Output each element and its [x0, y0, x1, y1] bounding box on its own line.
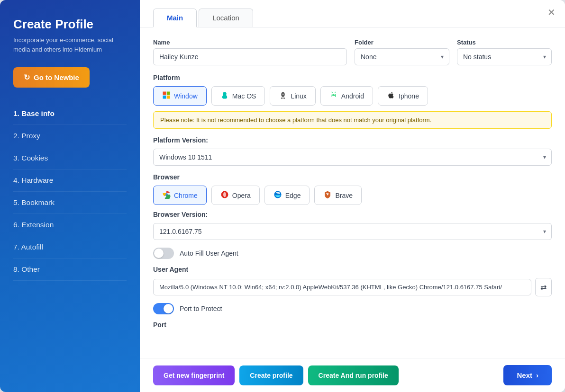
platform-label-iphone: Iphone — [399, 92, 419, 100]
browser-version-row: Browser Version: 121.0.6167.75 ▾ — [153, 211, 552, 240]
folder-group: Folder None ▾ — [355, 39, 449, 65]
browser-btn-opera[interactable]: Opera — [211, 186, 260, 205]
port-section-title: Port — [153, 321, 552, 329]
autofill-toggle[interactable] — [153, 248, 174, 259]
svg-point-11 — [334, 94, 335, 95]
chrome-icon — [162, 190, 171, 200]
status-group: Status No status ▾ — [457, 39, 552, 65]
platform-btn-iphone[interactable]: Iphone — [378, 86, 428, 106]
get-fingerprint-button[interactable]: Get new fingerprint — [153, 365, 235, 385]
svg-point-10 — [332, 94, 333, 95]
browser-btn-brave[interactable]: Brave — [314, 186, 362, 205]
svg-line-8 — [284, 98, 285, 98]
platform-btn-window[interactable]: Window — [153, 86, 207, 106]
platform-btn-linux[interactable]: Linux — [270, 86, 315, 106]
svg-point-16 — [223, 192, 226, 197]
platform-buttons: WindowMac OSLinuxAndroidIphone — [153, 86, 552, 106]
status-dropdown-wrapper: No status ▾ — [457, 48, 552, 65]
status-label: Status — [457, 39, 552, 46]
go-newbie-label: Go to Newbie — [34, 73, 79, 81]
status-select[interactable]: No status — [457, 48, 552, 65]
macos-icon — [220, 91, 229, 101]
brave-icon — [323, 190, 332, 200]
svg-line-7 — [282, 98, 282, 98]
port-protect-toggle-knob — [164, 304, 173, 313]
sidebar-item-hardware[interactable]: 4. Hardware — [13, 169, 127, 192]
browser-version-wrapper: 121.0.6167.75 ▾ — [153, 223, 552, 240]
user-agent-input[interactable] — [153, 279, 531, 295]
apple-icon — [387, 91, 395, 101]
sidebar-nav: 1. Base info2. Proxy3. Cookies4. Hardwar… — [13, 103, 127, 281]
autofill-toggle-knob — [154, 249, 164, 258]
browser-version-select[interactable]: 121.0.6167.75 — [153, 223, 552, 240]
tab-location[interactable]: Location — [199, 9, 253, 27]
port-protect-toggle[interactable] — [153, 303, 174, 314]
platform-btn-macos[interactable]: Mac OS — [211, 86, 265, 106]
footer-bar: Get new fingerprint Create profile Creat… — [140, 358, 565, 392]
browser-label-opera: Opera — [232, 192, 251, 199]
tab-main[interactable]: Main — [153, 9, 197, 27]
android-icon — [329, 91, 338, 101]
sidebar-subtitle: Incorporate your e-commerce, social medi… — [13, 36, 127, 54]
sidebar-item-cookies[interactable]: 3. Cookies — [13, 147, 127, 169]
sidebar: Create Profile Incorporate your e-commer… — [0, 0, 140, 392]
platform-section-title: Platform — [153, 74, 552, 81]
svg-rect-2 — [163, 96, 166, 99]
autofill-toggle-row: Auto Fill User Agent — [153, 248, 552, 259]
edge-icon — [273, 190, 282, 200]
browser-btn-edge[interactable]: Edge — [264, 186, 310, 205]
svg-point-4 — [282, 92, 285, 97]
sidebar-title: Create Profile — [13, 17, 127, 32]
sidebar-item-extension[interactable]: 6. Extension — [13, 214, 127, 236]
browser-btn-chrome[interactable]: Chrome — [153, 186, 207, 205]
name-label: Name — [153, 39, 347, 46]
sidebar-item-proxy[interactable]: 2. Proxy — [13, 125, 127, 147]
svg-rect-3 — [167, 96, 170, 99]
svg-point-6 — [283, 94, 284, 95]
windows-icon — [162, 91, 171, 101]
folder-select[interactable]: None — [355, 48, 449, 65]
browser-version-label: Browser Version: — [153, 211, 552, 218]
sidebar-item-base-info[interactable]: 1. Base info — [13, 103, 127, 125]
name-input[interactable] — [153, 48, 347, 65]
sidebar-item-bookmark[interactable]: 5. Bookmark — [13, 192, 127, 214]
next-arrow-icon: › — [536, 371, 538, 379]
browser-label-brave: Brave — [335, 192, 353, 199]
svg-rect-9 — [332, 94, 335, 96]
folder-label: Folder — [355, 39, 449, 46]
svg-line-12 — [332, 92, 333, 93]
platform-label-window: Window — [174, 92, 198, 100]
refresh-icon: ↻ — [24, 73, 30, 82]
next-label: Next — [517, 371, 532, 379]
platform-version-select[interactable]: Windows 10 1511 — [153, 149, 552, 166]
main-content: ✕ MainLocation Name Folder None — [140, 0, 565, 392]
sidebar-item-autofill[interactable]: 7. Autofill — [13, 236, 127, 258]
browser-buttons: ChromeOperaEdgeBrave — [153, 186, 552, 205]
next-button[interactable]: Next › — [503, 365, 552, 385]
port-protect-toggle-row: Port to Protect — [153, 303, 552, 314]
autofill-toggle-label: Auto Fill User Agent — [180, 249, 238, 257]
browser-section-title: Browser — [153, 173, 552, 181]
shuffle-button[interactable]: ⇄ — [535, 278, 552, 296]
svg-rect-1 — [167, 92, 170, 95]
user-agent-label: User Agent — [153, 266, 552, 273]
platform-label-macos: Mac OS — [232, 92, 256, 100]
create-and-run-button[interactable]: Create And run profile — [308, 365, 399, 385]
create-profile-button[interactable]: Create profile — [239, 365, 303, 385]
platform-version-label: Platform Version: — [153, 136, 552, 144]
shuffle-icon: ⇄ — [540, 283, 547, 292]
platform-btn-android[interactable]: Android — [320, 86, 373, 106]
browser-label-chrome: Chrome — [174, 192, 198, 199]
svg-point-5 — [282, 94, 283, 95]
svg-rect-0 — [163, 92, 166, 95]
name-group: Name — [153, 39, 347, 65]
sidebar-item-other[interactable]: 8. Other — [13, 258, 127, 281]
name-folder-status-row: Name Folder None ▾ Status — [153, 39, 552, 65]
close-button[interactable]: ✕ — [547, 8, 556, 17]
user-agent-row: ⇄ — [153, 278, 552, 296]
svg-line-13 — [335, 92, 336, 93]
go-to-newbie-button[interactable]: ↻ Go to Newbie — [13, 67, 90, 88]
browser-label-edge: Edge — [285, 192, 301, 199]
footer-left: Get new fingerprint Create profile Creat… — [153, 365, 399, 385]
linux-icon — [279, 91, 287, 101]
